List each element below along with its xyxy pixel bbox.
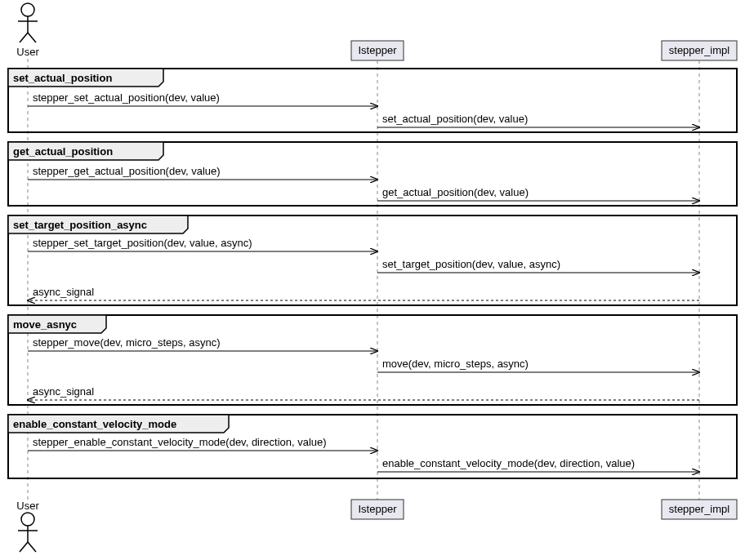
msg-label: move(dev, micro_steps, async) (382, 358, 529, 370)
svg-line-4 (28, 33, 36, 42)
msg-label: set_target_position(dev, value, async) (382, 258, 560, 270)
actor-user-label: User (16, 46, 39, 58)
msg-label: set_actual_position(dev, value) (382, 113, 528, 125)
msg-label: stepper_set_target_position(dev, value, … (33, 237, 252, 249)
participant-stepper-impl-label: stepper_impl (669, 44, 730, 56)
svg-text:stepper_impl: stepper_impl (669, 503, 730, 515)
msg-label: stepper_enable_constant_velocity_mode(de… (33, 436, 327, 448)
msg-label: stepper_move(dev, micro_steps, async) (33, 336, 221, 349)
frame-title-0: set_actual_position (13, 72, 112, 84)
svg-line-9 (28, 542, 36, 552)
frame-title-3: move_asnyc (13, 318, 77, 331)
actor-user-top: User (16, 3, 39, 58)
msg-label: async_signal (33, 385, 94, 398)
msg-label: stepper_get_actual_position(dev, value) (33, 165, 221, 177)
frame-move-async (8, 315, 737, 405)
frame-title-4: enable_constant_velocity_mode (13, 418, 176, 430)
msg-label: stepper_set_actual_position(dev, value) (33, 91, 220, 104)
svg-point-5 (21, 513, 34, 526)
actor-user-bottom (18, 513, 38, 552)
svg-point-0 (21, 3, 34, 16)
msg-label: enable_constant_velocity_mode(dev, direc… (382, 457, 635, 469)
svg-line-8 (20, 542, 28, 552)
actor-user-label-bottom: User (16, 500, 39, 512)
sequence-diagram: User Istepper stepper_impl set_actual_po… (0, 0, 745, 560)
msg-label: async_signal (33, 286, 94, 298)
svg-line-3 (20, 33, 28, 42)
frame-title-2: set_target_position_async (13, 219, 147, 231)
participant-istepper-label: Istepper (359, 44, 398, 56)
svg-text:Istepper: Istepper (359, 503, 398, 515)
frame-title-1: get_actual_position (13, 145, 113, 158)
msg-label: get_actual_position(dev, value) (382, 186, 529, 198)
